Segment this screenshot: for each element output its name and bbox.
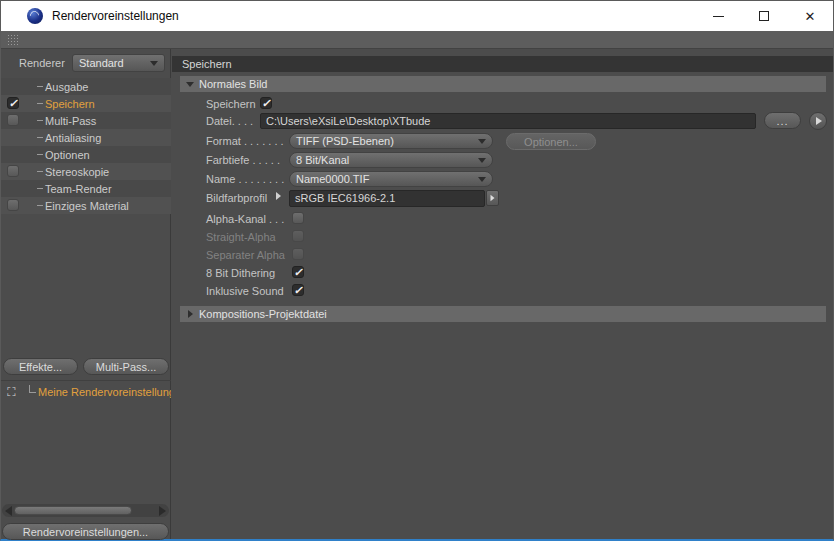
sidebar-item-multi-pass[interactable]: Multi-Pass bbox=[1, 112, 171, 129]
settings-sidebar: Renderer Standard Ausgabe ✓ Speichern bbox=[1, 49, 171, 539]
scrollbar-thumb[interactable] bbox=[14, 506, 132, 515]
tree-branch-icon bbox=[29, 385, 36, 393]
multi-pass-button[interactable]: Multi-Pass... bbox=[83, 358, 169, 375]
rendervoreinstellungen-button[interactable]: Rendervoreinstellungen... bbox=[2, 523, 169, 540]
render-preset-icon: ⛶ bbox=[5, 386, 18, 399]
dithering-label: 8 Bit Dithering bbox=[206, 267, 275, 279]
speichern-label: Speichern bbox=[206, 98, 256, 110]
format-dropdown-value: TIFF (PSD-Ebenen) bbox=[296, 135, 394, 147]
format-optionen-button[interactable]: Optionen... bbox=[506, 133, 596, 150]
sidebar-item-team-render[interactable]: Team-Render bbox=[1, 180, 171, 197]
sidebar-item-antialiasing[interactable]: Antialiasing bbox=[1, 129, 171, 146]
close-icon: ✕ bbox=[805, 10, 816, 23]
collapsed-triangle-icon bbox=[188, 310, 193, 318]
datei-label: Datei. . . . bbox=[206, 115, 253, 127]
datei-path-input[interactable]: C:\Users\eXsiLe\Desktop\XTbude bbox=[260, 113, 756, 129]
preset-list-item[interactable]: ⛶ Meine Rendervoreinstellungen bbox=[1, 384, 171, 401]
titlebar: Rendervoreinstellungen ✕ bbox=[1, 1, 833, 31]
sidebar-item-label: Optionen bbox=[45, 149, 90, 161]
sidebar-item-label: Einziges Material bbox=[45, 200, 129, 212]
sidebar-item-optionen[interactable]: Optionen bbox=[1, 146, 171, 163]
farbtiefe-dropdown[interactable]: 8 Bit/Kanal bbox=[289, 152, 493, 168]
play-triangle-icon bbox=[491, 195, 495, 201]
sidebar-item-label: Antialiasing bbox=[45, 132, 101, 144]
name-dropdown[interactable]: Name0000.TIF bbox=[289, 171, 493, 187]
sound-checkbox[interactable]: ✓ bbox=[292, 284, 304, 296]
drag-gripper-handle[interactable] bbox=[7, 34, 20, 46]
effekte-button[interactable]: Effekte... bbox=[3, 358, 78, 375]
dithering-checkbox[interactable]: ✓ bbox=[292, 266, 304, 278]
renderer-dropdown[interactable]: Standard bbox=[72, 54, 165, 72]
cinema4d-app-icon bbox=[27, 8, 43, 24]
name-label: Name . . . . . . . . bbox=[206, 173, 284, 185]
minimize-icon bbox=[713, 16, 724, 17]
chevron-down-icon bbox=[478, 139, 486, 144]
sidebar-item-stereoskopie[interactable]: Stereoskopie bbox=[1, 163, 171, 180]
name-dropdown-value: Name0000.TIF bbox=[296, 173, 369, 185]
separater-alpha-checkbox bbox=[292, 248, 304, 260]
minimize-button[interactable] bbox=[695, 1, 741, 31]
einziges-material-enable-checkbox[interactable] bbox=[7, 199, 19, 211]
section-kompositions-projektdatei[interactable]: Kompositions-Projektdatei bbox=[180, 306, 826, 322]
bildfarbprofil-field[interactable]: sRGB IEC61966-2.1 bbox=[289, 190, 485, 207]
settings-detail-panel: Speichern Normales Bild Speichern ✓ Date… bbox=[172, 49, 833, 539]
sidebar-item-label: Multi-Pass bbox=[45, 115, 96, 127]
window-title: Rendervoreinstellungen bbox=[52, 9, 179, 23]
separater-alpha-label: Separater Alpha bbox=[206, 249, 285, 261]
window-controls: ✕ bbox=[695, 1, 833, 31]
close-button[interactable]: ✕ bbox=[787, 1, 833, 31]
speichern-enable-checkbox[interactable]: ✓ bbox=[7, 97, 19, 109]
renderer-dropdown-value: Standard bbox=[79, 57, 124, 69]
browse-button[interactable]: ... bbox=[764, 112, 801, 129]
settings-tree: Ausgabe ✓ Speichern Multi-Pass Antialias… bbox=[1, 78, 171, 214]
format-label: Format . . . . . . . bbox=[206, 135, 284, 147]
render-settings-window: Rendervoreinstellungen ✕ Renderer Standa… bbox=[0, 0, 834, 541]
sidebar-item-label: Stereoskopie bbox=[45, 166, 109, 178]
dialog-content: Renderer Standard Ausgabe ✓ Speichern bbox=[1, 49, 833, 539]
straight-alpha-checkbox bbox=[292, 230, 304, 242]
sidebar-item-label: Speichern bbox=[45, 98, 95, 110]
scroll-left-icon[interactable] bbox=[5, 506, 12, 516]
scroll-right-icon[interactable] bbox=[159, 506, 166, 516]
renderer-row: Renderer Standard bbox=[1, 54, 171, 72]
section-title: Normales Bild bbox=[199, 76, 267, 92]
section-title: Kompositions-Projektdatei bbox=[199, 306, 327, 322]
collapse-triangle-icon bbox=[186, 82, 194, 87]
chevron-down-icon bbox=[478, 158, 486, 163]
divider bbox=[1, 380, 171, 381]
horizontal-scrollbar[interactable] bbox=[2, 504, 169, 517]
renderer-label: Renderer bbox=[19, 57, 65, 69]
sidebar-item-einziges-material[interactable]: Einziges Material bbox=[1, 197, 171, 214]
multi-pass-enable-checkbox[interactable] bbox=[7, 114, 19, 126]
straight-alpha-label: Straight-Alpha bbox=[206, 231, 276, 243]
farbtiefe-label: Farbtiefe . . . . . bbox=[206, 154, 280, 166]
chevron-down-icon bbox=[150, 61, 158, 66]
farbtiefe-dropdown-value: 8 Bit/Kanal bbox=[296, 154, 349, 166]
maximize-button[interactable] bbox=[741, 1, 787, 31]
play-triangle-icon bbox=[816, 117, 822, 125]
bildfarbprofil-picker-button[interactable] bbox=[486, 190, 499, 206]
sidebar-item-label: Team-Render bbox=[45, 183, 112, 195]
speichern-checkbox[interactable]: ✓ bbox=[260, 97, 272, 109]
alpha-kanal-checkbox[interactable] bbox=[292, 212, 304, 224]
sidebar-item-label: Ausgabe bbox=[45, 81, 88, 93]
chevron-down-icon bbox=[478, 177, 486, 182]
toolbar-strip bbox=[1, 31, 833, 49]
expand-triangle-icon[interactable] bbox=[276, 192, 281, 200]
section-normales-bild[interactable]: Normales Bild bbox=[180, 76, 826, 92]
datei-options-button[interactable] bbox=[809, 112, 827, 130]
bildfarbprofil-label: Bildfarbprofil bbox=[206, 192, 267, 204]
sidebar-item-speichern[interactable]: ✓ Speichern bbox=[1, 95, 171, 112]
alpha-kanal-label: Alpha-Kanal . . . bbox=[206, 213, 284, 225]
preset-name: Meine Rendervoreinstellungen bbox=[38, 386, 171, 398]
stereoskopie-enable-checkbox[interactable] bbox=[7, 165, 19, 177]
maximize-icon bbox=[759, 11, 769, 21]
format-dropdown[interactable]: TIFF (PSD-Ebenen) bbox=[289, 133, 493, 149]
panel-header: Speichern bbox=[172, 56, 833, 72]
sidebar-item-ausgabe[interactable]: Ausgabe bbox=[1, 78, 171, 95]
sound-label: Inklusive Sound bbox=[206, 285, 284, 297]
